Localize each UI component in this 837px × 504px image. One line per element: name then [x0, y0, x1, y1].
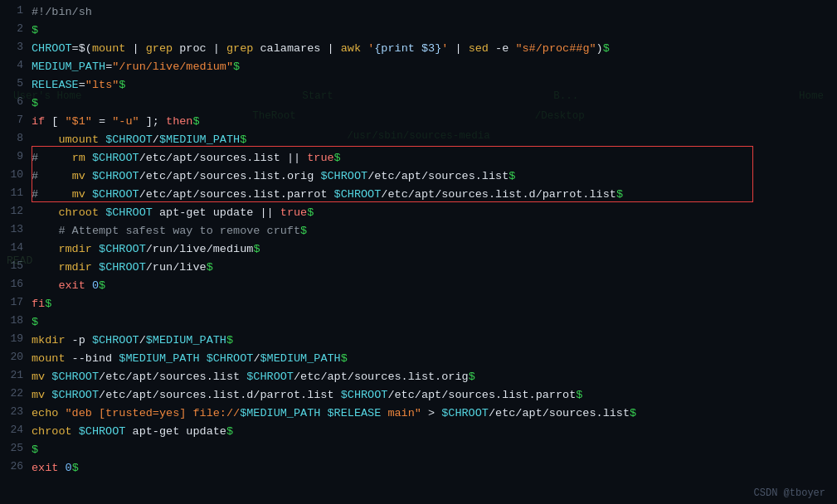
line-9: 9 # rm $CHROOT/etc/apt/sources.list || t… [0, 149, 837, 167]
line-21: 21 mv $CHROOT/etc/apt/sources.list $CHRO… [0, 368, 837, 386]
line-11: 11 # mv $CHROOT/etc/apt/sources.list.par… [0, 186, 837, 204]
line-2: 2 $ [0, 22, 837, 40]
line-15: 15 rmdir $CHROOT/run/live$ [0, 259, 837, 277]
line-12: 12 chroot $CHROOT apt-get update || true… [0, 204, 837, 222]
line-8: 8 umount $CHROOT/$MEDIUM_PATH$ [0, 131, 837, 149]
line-4: 4 MEDIUM_PATH="/run/live/medium"$ [0, 58, 837, 76]
line-20: 20 mount --bind $MEDIUM_PATH $CHROOT/$ME… [0, 350, 837, 368]
line-25: 25 $ [0, 441, 837, 459]
line-3: 3 CHROOT=$(mount | grep proc | grep cala… [0, 40, 837, 58]
line-5: 5 RELEASE="lts"$ [0, 76, 837, 94]
line-16: 16 exit 0$ [0, 277, 837, 295]
line-26: 26 exit 0$ [0, 459, 837, 477]
code-editor: User's Home Start B... Home TheRoot /Des… [0, 0, 837, 504]
line-13: 13 # Attempt safest way to remove cruft$ [0, 222, 837, 240]
line-18: 18 $ [0, 313, 837, 332]
line-6: 6 $ [0, 94, 837, 113]
footer-watermark: CSDN @tboyer [754, 487, 825, 499]
line-22: 22 mv $CHROOT/etc/apt/sources.list.d/par… [0, 386, 837, 405]
line-10: 10 # mv $CHROOT/etc/apt/sources.list.ori… [0, 167, 837, 186]
line-17: 17 fi$ [0, 295, 837, 313]
line-1: 1 #!/bin/sh [0, 3, 837, 22]
line-24: 24 chroot $CHROOT apt-get update$ [0, 423, 837, 441]
line-19: 19 mkdir -p $CHROOT/$MEDIUM_PATH$ [0, 332, 837, 350]
line-14: 14 rmdir $CHROOT/run/live/medium$ [0, 240, 837, 259]
line-7: 7 if [ "$1" = "-u" ]; then$ [0, 113, 837, 131]
line-23: 23 echo "deb [trusted=yes] file://$MEDIU… [0, 405, 837, 423]
